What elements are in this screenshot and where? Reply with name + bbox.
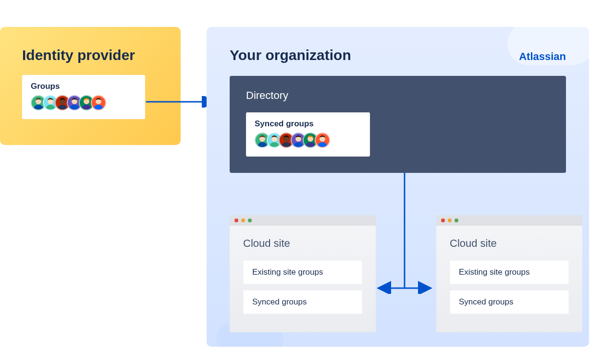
directory-avatars bbox=[255, 133, 361, 148]
identity-provider-panel: Identity provider Groups bbox=[0, 27, 181, 145]
cloud-site-window: Cloud site Existing site groups Synced g… bbox=[436, 215, 582, 332]
window-titlebar bbox=[230, 215, 376, 226]
idp-groups-card: Groups bbox=[22, 75, 145, 119]
organization-panel: Your organization Atlassian Directory Sy… bbox=[207, 27, 589, 347]
brand-label: Atlassian bbox=[519, 50, 566, 63]
traffic-light-min-icon bbox=[241, 218, 245, 222]
idp-avatars bbox=[31, 95, 136, 110]
existing-groups-pill: Existing site groups bbox=[243, 260, 362, 284]
identity-provider-title: Identity provider bbox=[22, 47, 159, 63]
cloud-site-title: Cloud site bbox=[243, 237, 362, 250]
directory-title: Directory bbox=[246, 89, 550, 102]
traffic-light-min-icon bbox=[448, 218, 452, 222]
traffic-light-max-icon bbox=[455, 218, 458, 222]
window-titlebar bbox=[436, 215, 582, 226]
cloud-site-title: Cloud site bbox=[450, 237, 569, 250]
synced-groups-pill: Synced groups bbox=[450, 290, 569, 314]
idp-groups-label: Groups bbox=[31, 82, 136, 91]
cloud-site-window: Cloud site Existing site groups Synced g… bbox=[230, 215, 376, 332]
traffic-light-close-icon bbox=[441, 218, 445, 222]
avatar-icon bbox=[91, 95, 106, 110]
organization-title: Your organization bbox=[230, 47, 351, 63]
directory-synced-card: Synced groups bbox=[246, 112, 370, 157]
directory-panel: Directory Synced groups bbox=[230, 76, 566, 173]
directory-synced-label: Synced groups bbox=[255, 119, 361, 129]
avatar-icon bbox=[315, 133, 330, 148]
synced-groups-pill: Synced groups bbox=[243, 290, 362, 314]
traffic-light-max-icon bbox=[248, 218, 252, 222]
existing-groups-pill: Existing site groups bbox=[450, 260, 569, 284]
traffic-light-close-icon bbox=[234, 218, 238, 222]
